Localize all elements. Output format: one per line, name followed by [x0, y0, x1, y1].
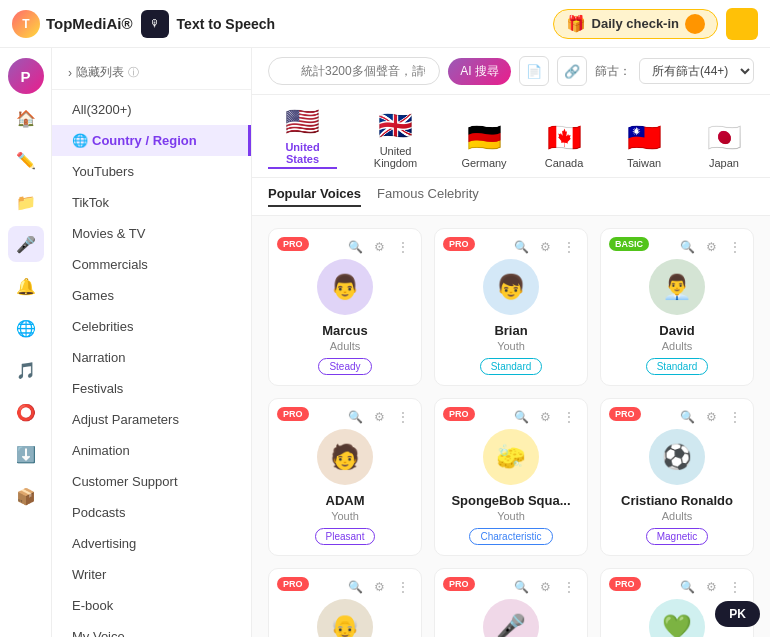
country-ca[interactable]: 🇨🇦 Canada: [534, 121, 594, 169]
search-voice-ronaldo[interactable]: 🔍: [677, 407, 697, 427]
more-putin[interactable]: ⋮: [393, 577, 413, 597]
info-icon: ⓘ: [128, 65, 139, 80]
country-name-de: Germany: [461, 157, 506, 169]
voice-card-marcus: PRO 🔍 ⚙ ⋮ 👨 Marcus Adults Steady: [268, 228, 422, 386]
nav-item-advertising[interactable]: Advertising: [52, 528, 251, 559]
settings-marcus[interactable]: ⚙: [369, 237, 389, 257]
search-input[interactable]: [268, 57, 440, 85]
nav-item-youtubers[interactable]: YouTubers: [52, 156, 251, 187]
country-jp[interactable]: 🇯🇵 Japan: [694, 121, 754, 169]
nav-item-customer[interactable]: Customer Support: [52, 466, 251, 497]
tag-ronaldo[interactable]: Magnetic: [646, 528, 709, 545]
nav-item-podcasts[interactable]: Podcasts: [52, 497, 251, 528]
pk-button[interactable]: PK: [715, 601, 760, 627]
voice-card-david: BASIC 🔍 ⚙ ⋮ 👨‍💼 David Adults Standard: [600, 228, 754, 386]
badge-pro-ronaldo: PRO: [609, 407, 641, 421]
search-voice-marcus[interactable]: 🔍: [345, 237, 365, 257]
search-voice-spongebob[interactable]: 🔍: [511, 407, 531, 427]
nav-item-commercials[interactable]: Commercials: [52, 249, 251, 280]
card-actions-ronaldo: 🔍 ⚙ ⋮: [677, 407, 745, 427]
search-voice-mj[interactable]: 🔍: [511, 577, 531, 597]
nav-item-festivals[interactable]: Festivals: [52, 373, 251, 404]
nav-item-narration[interactable]: Narration: [52, 342, 251, 373]
settings-spongebob[interactable]: ⚙: [535, 407, 555, 427]
sidebar-icon-mic[interactable]: 🎤: [8, 226, 44, 262]
nav-item-celebrities[interactable]: Celebrities: [52, 311, 251, 342]
nav-item-myvoice[interactable]: My Voice: [52, 621, 251, 637]
country-us[interactable]: 🇺🇸 United States: [268, 105, 337, 169]
flag-us: 🇺🇸: [279, 105, 327, 137]
sidebar-icon-home[interactable]: 🏠: [8, 100, 44, 136]
user-avatar[interactable]: [726, 8, 758, 40]
daily-checkin-button[interactable]: 🎁 Daily check-in: [553, 9, 718, 39]
filter-select[interactable]: 所有篩古(44+): [639, 58, 754, 84]
sidebar-icon-download[interactable]: ⬇️: [8, 436, 44, 472]
nav-item-writer[interactable]: Writer: [52, 559, 251, 590]
search-voice-adam[interactable]: 🔍: [345, 407, 365, 427]
age-adam: Youth: [331, 510, 359, 522]
search-voice-putin[interactable]: 🔍: [345, 577, 365, 597]
tag-spongebob[interactable]: Characteristic: [469, 528, 552, 545]
tag-adam[interactable]: Pleasant: [315, 528, 376, 545]
name-spongebob: SpongeBob Squa...: [451, 493, 570, 508]
sidebar-avatar[interactable]: P: [8, 58, 44, 94]
countries-bar: 🇺🇸 United States 🇬🇧 United Kingdom 🇩🇪 Ge…: [252, 95, 770, 178]
country-de[interactable]: 🇩🇪 Germany: [454, 121, 514, 169]
settings-putin[interactable]: ⚙: [369, 577, 389, 597]
tab-popular[interactable]: Popular Voices: [268, 186, 361, 207]
settings-brian[interactable]: ⚙: [535, 237, 555, 257]
search-voice-david[interactable]: 🔍: [677, 237, 697, 257]
more-adam[interactable]: ⋮: [393, 407, 413, 427]
settings-adam[interactable]: ⚙: [369, 407, 389, 427]
settings-miku[interactable]: ⚙: [701, 577, 721, 597]
tag-marcus[interactable]: Steady: [318, 358, 371, 375]
nav-item-adjust[interactable]: Adjust Parameters: [52, 404, 251, 435]
country-name-us: United States: [268, 141, 337, 165]
sidebar-icon-folder[interactable]: 📁: [8, 184, 44, 220]
settings-david[interactable]: ⚙: [701, 237, 721, 257]
country-uk[interactable]: 🇬🇧 United Kingdom: [357, 109, 434, 169]
sidebar-icon-bell[interactable]: 🔔: [8, 268, 44, 304]
nav-item-animation[interactable]: Animation: [52, 435, 251, 466]
upload-icon-btn[interactable]: 📄: [519, 56, 549, 86]
tag-brian[interactable]: Standard: [480, 358, 543, 375]
tab-celebrity[interactable]: Famous Celebrity: [377, 186, 479, 207]
more-mj[interactable]: ⋮: [559, 577, 579, 597]
nav-item-country[interactable]: 🌐 Country / Region: [52, 125, 251, 156]
nav-item-ebook[interactable]: E-book: [52, 590, 251, 621]
sidebar-icon-globe[interactable]: 🌐: [8, 310, 44, 346]
tag-david[interactable]: Standard: [646, 358, 709, 375]
name-ronaldo: Cristiano Ronaldo: [621, 493, 733, 508]
more-marcus[interactable]: ⋮: [393, 237, 413, 257]
voice-grid: PRO 🔍 ⚙ ⋮ 👨 Marcus Adults Steady: [268, 228, 754, 637]
brand-logo: T: [12, 10, 40, 38]
age-ronaldo: Adults: [662, 510, 693, 522]
badge-pro-mj: PRO: [443, 577, 475, 591]
nav-item-tiktok[interactable]: TikTok: [52, 187, 251, 218]
nav-item-games[interactable]: Games: [52, 280, 251, 311]
flag-tw: 🇹🇼: [620, 121, 668, 153]
more-spongebob[interactable]: ⋮: [559, 407, 579, 427]
sidebar-icon-edit[interactable]: ✏️: [8, 142, 44, 178]
link-icon-btn[interactable]: 🔗: [557, 56, 587, 86]
more-ronaldo[interactable]: ⋮: [725, 407, 745, 427]
nav-item-all[interactable]: All(3200+): [52, 94, 251, 125]
sidebar-icon-circle[interactable]: ⭕: [8, 394, 44, 430]
search-voice-miku[interactable]: 🔍: [677, 577, 697, 597]
nav-item-movies[interactable]: Movies & TV: [52, 218, 251, 249]
flag-de: 🇩🇪: [460, 121, 508, 153]
more-david[interactable]: ⋮: [725, 237, 745, 257]
more-brian[interactable]: ⋮: [559, 237, 579, 257]
ai-search-button[interactable]: AI 搜尋: [448, 58, 511, 85]
sidebar-icon-music[interactable]: 🎵: [8, 352, 44, 388]
app-icon: 🎙: [141, 10, 169, 38]
settings-ronaldo[interactable]: ⚙: [701, 407, 721, 427]
card-actions-adam: 🔍 ⚙ ⋮: [345, 407, 413, 427]
search-voice-brian[interactable]: 🔍: [511, 237, 531, 257]
left-nav: › 隐藏列表 ⓘ All(3200+) 🌐 Country / Region Y…: [52, 48, 252, 637]
settings-mj[interactable]: ⚙: [535, 577, 555, 597]
more-miku[interactable]: ⋮: [725, 577, 745, 597]
sidebar-icon-box[interactable]: 📦: [8, 478, 44, 514]
nav-hidden-list[interactable]: › 隐藏列表 ⓘ: [52, 56, 251, 90]
country-tw[interactable]: 🇹🇼 Taiwan: [614, 121, 674, 169]
